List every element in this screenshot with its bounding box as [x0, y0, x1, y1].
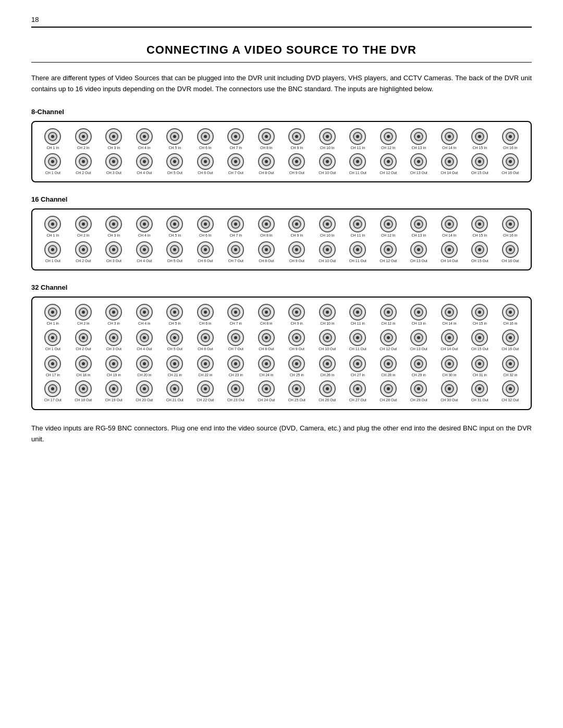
- connector-item: CH 13 Out: [405, 329, 432, 351]
- label: CH 22 Out: [197, 398, 214, 402]
- connector-item: CH 19 Out: [100, 380, 127, 402]
- connector-item: CH 3 in: [100, 304, 127, 326]
- connector-label: CH 1 Out: [45, 171, 60, 175]
- connector-label: CH 2 In: [77, 146, 90, 150]
- label: CH 20 in: [137, 373, 151, 377]
- connector-item: CH 16 in: [497, 304, 524, 326]
- connector-item: CH 3 In: [100, 128, 127, 150]
- connector-item: CH 25 in: [283, 355, 310, 377]
- connector-item: CH 24 Out: [253, 380, 280, 402]
- label: CH 23 in: [229, 373, 243, 377]
- bnc: [166, 355, 183, 372]
- bnc: [502, 355, 519, 372]
- bnc: [288, 355, 305, 372]
- connector-item: CH 15 In: [466, 216, 493, 238]
- connector-label: CH 14 In: [442, 146, 457, 150]
- bnc: [136, 241, 153, 258]
- label: CH 1 Out: [45, 347, 60, 351]
- bnc: [380, 304, 397, 320]
- label: CH 8 Out: [259, 347, 274, 351]
- label: CH 14 in: [442, 322, 456, 326]
- connector-row-16-in: CH 1 In CH 2 In CH 3 In CH 4 In CH 5 In …: [38, 216, 525, 238]
- connector-item: CH 9 Out: [283, 153, 310, 175]
- bnc: [471, 329, 488, 346]
- connector-item: CH 23 in: [222, 355, 249, 377]
- bnc: [105, 329, 122, 346]
- connector-item: CH 5 Out: [161, 329, 188, 351]
- bnc: [288, 380, 305, 397]
- bnc-connector: [75, 128, 92, 145]
- bnc-connector: [44, 128, 61, 145]
- connector-item: CH 3 Out: [100, 329, 127, 351]
- connector-item: CH 16 Out: [497, 241, 524, 263]
- label: CH 31 in: [473, 373, 487, 377]
- label: CH 31 Out: [471, 398, 488, 402]
- bnc: [319, 355, 336, 372]
- connector-label: CH 6 In: [199, 146, 212, 150]
- connector-item: CH 12 In: [375, 128, 402, 150]
- bnc-connector: [166, 128, 183, 145]
- bnc: [319, 216, 336, 232]
- connector-row-16-out: CH 1 Out CH 2 Out CH 3 Out CH 4 Out CH 5…: [38, 241, 525, 263]
- connector-item: CH 17 Out: [39, 380, 66, 402]
- label: CH 18 Out: [75, 398, 92, 402]
- label: CH 13 Out: [410, 259, 427, 263]
- bnc: [502, 216, 519, 232]
- bnc-connector: [44, 153, 61, 170]
- label: CH 9 In: [290, 233, 303, 238]
- label: CH 12 Out: [380, 259, 397, 263]
- connector-item: CH 4 In: [131, 128, 158, 150]
- connector-label: CH 6 Out: [198, 171, 213, 175]
- bnc: [166, 241, 183, 258]
- label: CH 15 Out: [471, 259, 488, 263]
- connector-item: CH 1 In: [39, 216, 66, 238]
- bnc: [380, 329, 397, 346]
- label: CH 3 Out: [106, 347, 121, 351]
- bnc: [258, 304, 275, 320]
- bnc: [410, 355, 427, 372]
- label: CH 5 Out: [167, 259, 182, 263]
- bnc: [471, 241, 488, 258]
- bnc: [319, 329, 336, 346]
- label: CH 10 Out: [319, 259, 336, 263]
- connector-item: CH 29 in: [405, 355, 432, 377]
- bnc: [44, 216, 61, 232]
- bnc: [349, 216, 366, 232]
- bnc-connector: [410, 128, 427, 145]
- connector-box-8: CH 1 In CH 2 In CH 3 In CH 4 In CH 5 In …: [31, 121, 532, 183]
- connector-item: CH 14 In: [436, 216, 463, 238]
- bnc-connector: [288, 153, 305, 170]
- label: CH 7 In: [229, 233, 242, 238]
- label: CH 14 Out: [440, 259, 458, 263]
- connector-label: CH 15 Out: [471, 171, 488, 175]
- connector-row-8-in: CH 1 In CH 2 In CH 3 In CH 4 In CH 5 In …: [38, 128, 525, 150]
- label: CH 16 In: [503, 233, 518, 238]
- connector-item: CH 11 in: [344, 304, 371, 326]
- bnc: [105, 241, 122, 258]
- connector-item: CH 5 in: [161, 304, 188, 326]
- connector-item: CH 5 Out: [161, 241, 188, 263]
- bnc: [136, 329, 153, 346]
- connector-label: CH 3 In: [107, 146, 120, 150]
- connector-item: CH 7 in: [222, 304, 249, 326]
- bnc: [380, 216, 397, 232]
- bnc: [319, 241, 336, 258]
- label: CH 23 Out: [227, 398, 244, 402]
- label: CH 5 Out: [167, 347, 182, 351]
- connector-item: CH 4 In: [131, 216, 158, 238]
- connector-item: CH 2 Out: [70, 153, 97, 175]
- connector-item: CH 28 in: [375, 355, 402, 377]
- bnc-connector: [410, 153, 427, 170]
- connector-item: CH 14 in: [436, 304, 463, 326]
- bnc-connector: [319, 153, 336, 170]
- bnc: [380, 355, 397, 372]
- connector-item: CH 11 Out: [344, 241, 371, 263]
- connector-item: CH 6 Out: [192, 241, 219, 263]
- bnc: [258, 380, 275, 397]
- section-16channel: 16 Channel CH 1 In CH 2 In CH 3 In CH 4 …: [31, 195, 532, 270]
- bnc: [471, 380, 488, 397]
- bnc: [380, 380, 397, 397]
- connector-item: CH 16 Out: [497, 153, 524, 175]
- connector-label: CH 10 Out: [319, 171, 336, 175]
- label: CH 16 Out: [501, 347, 519, 351]
